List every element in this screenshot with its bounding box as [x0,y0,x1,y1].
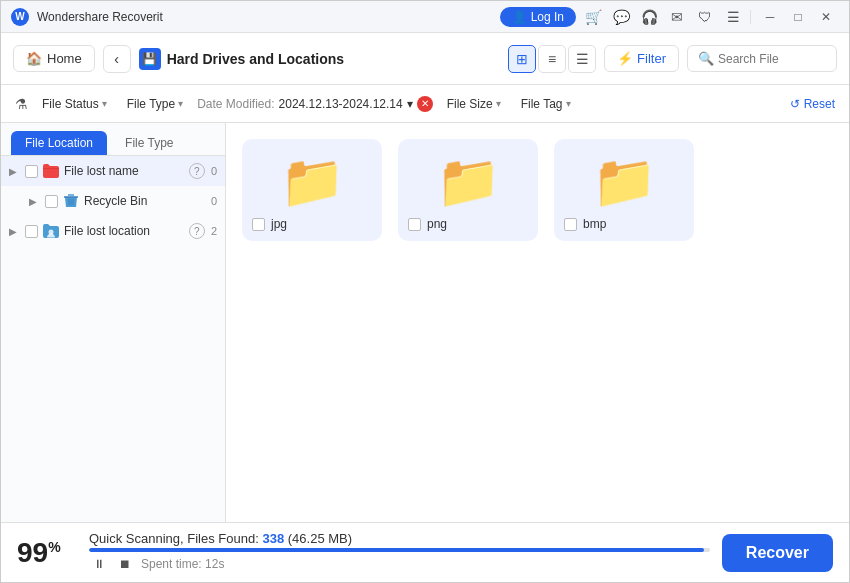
tree-checkbox-2[interactable] [25,225,38,238]
file-status-caret: ▾ [102,98,107,109]
main-content: File Location File Type ▶ File lost name… [1,123,849,522]
file-card-bottom-png: png [408,217,528,231]
home-button[interactable]: 🏠 Home [13,45,95,72]
folder-icon-jpg: 📁 [252,155,372,207]
filter-icon: ⚡ [617,51,633,66]
tree-help-0[interactable]: ? [189,163,205,179]
filter-bar: ⚗ File Status ▾ File Type ▾ Date Modifie… [1,85,849,123]
file-card-png[interactable]: 📁 png [398,139,538,241]
file-card-checkbox-png[interactable] [408,218,421,231]
file-card-name-png: png [427,217,447,231]
file-type-filter[interactable]: File Type ▾ [121,95,189,113]
message-icon[interactable]: 💬 [610,6,632,28]
file-tag-caret: ▾ [566,98,571,109]
search-input[interactable] [718,52,826,66]
folder-icon-png: 📁 [408,155,528,207]
title-bar-left: W Wondershare Recoverit [11,8,163,26]
progress-percentage: 99% [17,537,77,569]
tab-bar: File Location File Type [1,123,225,156]
back-arrow-icon: ‹ [114,51,119,67]
cart-icon[interactable]: 🛒 [582,6,604,28]
remove-date-filter-button[interactable]: ✕ [417,96,433,112]
page-title: Hard Drives and Locations [167,51,344,67]
shield-icon[interactable]: 🛡 [694,6,716,28]
sidebar: File Location File Type ▶ File lost name… [1,123,226,522]
tree-toggle-2: ▶ [9,226,21,237]
file-card-name-bmp: bmp [583,217,606,231]
mail-icon[interactable]: ✉ [666,6,688,28]
file-card-jpg[interactable]: 📁 jpg [242,139,382,241]
home-icon: 🏠 [26,51,42,66]
stop-button[interactable]: ⏹ [115,554,135,574]
app-title: Wondershare Recoverit [37,10,163,24]
tab-file-type[interactable]: File Type [111,131,187,155]
search-icon: 🔍 [698,51,714,66]
reset-icon: ↺ [790,97,800,111]
grid-view-button[interactable]: ⊞ [508,45,536,73]
nav-right: ⊞ ≡ ☰ ⚡ Filter 🔍 [508,45,837,73]
title-bar-right: 👤 Log In 🛒 💬 🎧 ✉ 🛡 ☰ ─ □ ✕ [500,6,839,28]
file-type-caret: ▾ [178,98,183,109]
tree-help-2[interactable]: ? [189,223,205,239]
list-view-button[interactable]: ≡ [538,45,566,73]
date-caret: ▾ [407,97,413,111]
user-icon: 👤 [512,10,527,24]
login-button[interactable]: 👤 Log In [500,7,576,27]
page-icon: 💾 [139,48,161,70]
reset-button[interactable]: ↺ Reset [790,97,835,111]
file-area: 📁 jpg 📁 png 📁 bmp [226,123,849,522]
tree-checkbox-1[interactable] [45,195,58,208]
bottom-bar: 99% Quick Scanning, Files Found: 338 (46… [1,522,849,582]
funnel-icon: ⚗ [15,96,28,112]
tree-folder-red-icon [42,162,60,180]
close-button[interactable]: ✕ [813,6,839,28]
file-grid: 📁 jpg 📁 png 📁 bmp [242,139,833,241]
spent-time-label: Spent time: 12s [141,557,224,571]
date-modified-filter[interactable]: Date Modified: 2024.12.13-2024.12.14 ▾ ✕ [197,96,433,112]
tree-checkbox-0[interactable] [25,165,38,178]
file-card-bottom-jpg: jpg [252,217,372,231]
tree-toggle-1: ▶ [29,196,41,207]
tab-file-location[interactable]: File Location [11,131,107,155]
file-card-bmp[interactable]: 📁 bmp [554,139,694,241]
progress-bar-container [89,548,710,552]
file-tag-filter[interactable]: File Tag ▾ [515,95,577,113]
title-bar: W Wondershare Recoverit 👤 Log In 🛒 💬 🎧 ✉… [1,1,849,33]
tree-folder-user-icon [42,222,60,240]
app-logo: W [11,8,29,26]
file-card-bottom-bmp: bmp [564,217,684,231]
filter-button[interactable]: ⚡ Filter [604,45,679,72]
tree-item-file-lost-location[interactable]: ▶ File lost location ? 2 [1,216,225,246]
bottom-info: Quick Scanning, Files Found: 338 (46.25 … [89,531,710,574]
progress-bar-fill [89,548,704,552]
recycle-bin-icon [62,192,80,210]
window-controls: ─ □ ✕ [757,6,839,28]
svg-rect-1 [43,168,59,169]
file-card-checkbox-jpg[interactable] [252,218,265,231]
minimize-button[interactable]: ─ [757,6,783,28]
file-size-caret: ▾ [496,98,501,109]
view-buttons: ⊞ ≡ ☰ [508,45,596,73]
tree-item-file-lost-name[interactable]: ▶ File lost name ? 0 [1,156,225,186]
tree-toggle-0: ▶ [9,166,21,177]
headphone-icon[interactable]: 🎧 [638,6,660,28]
recover-button[interactable]: Recover [722,534,833,572]
bottom-controls: ⏸ ⏹ Spent time: 12s [89,554,710,574]
maximize-button[interactable]: □ [785,6,811,28]
current-page: 💾 Hard Drives and Locations [139,48,500,70]
search-box[interactable]: 🔍 [687,45,837,72]
scanning-text: Quick Scanning, Files Found: 338 (46.25 … [89,531,710,546]
file-size-filter[interactable]: File Size ▾ [441,95,507,113]
file-card-name-jpg: jpg [271,217,287,231]
file-status-filter[interactable]: File Status ▾ [36,95,113,113]
file-card-checkbox-bmp[interactable] [564,218,577,231]
pause-button[interactable]: ⏸ [89,554,109,574]
tree-item-recycle-bin[interactable]: ▶ Recycle Bin 0 [1,186,225,216]
nav-bar: 🏠 Home ‹ 💾 Hard Drives and Locations ⊞ ≡… [1,33,849,85]
compact-view-button[interactable]: ☰ [568,45,596,73]
back-button[interactable]: ‹ [103,45,131,73]
folder-icon-bmp: 📁 [564,155,684,207]
list-icon[interactable]: ☰ [722,6,744,28]
